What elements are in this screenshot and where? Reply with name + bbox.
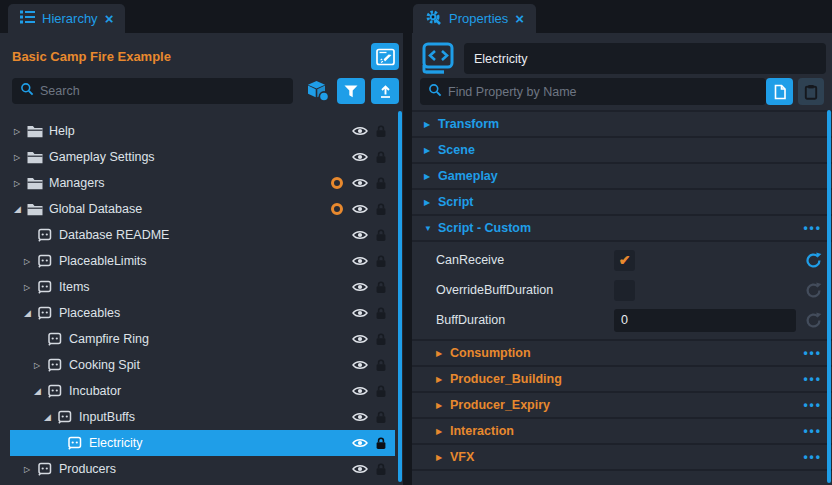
- properties-body: ▶ Transform ▶ Scene ▶ Gameplay ▶ Script …: [412, 33, 832, 485]
- script-object-icon: [37, 462, 54, 476]
- lock-icon[interactable]: [375, 385, 387, 398]
- visibility-eye-icon[interactable]: [352, 307, 368, 319]
- collapse-arrow-icon[interactable]: ◢: [44, 412, 57, 422]
- subsection-producer-expiry[interactable]: ▶ Producer_Expiry •••: [412, 393, 832, 419]
- visibility-eye-icon[interactable]: [352, 463, 368, 475]
- visibility-eye-icon[interactable]: [352, 177, 368, 189]
- tree-item-label: Campfire Ring: [69, 332, 149, 346]
- hierarchy-scrollbar[interactable]: [398, 111, 402, 482]
- tree-item-database-readme[interactable]: Database README: [10, 222, 395, 248]
- reset-icon[interactable]: [805, 282, 822, 299]
- section-menu-button[interactable]: •••: [803, 221, 822, 235]
- close-icon[interactable]: ×: [105, 11, 114, 26]
- tree-item-gameplay-settings[interactable]: ▷ Gameplay Settings: [10, 144, 395, 170]
- properties-scrollbar[interactable]: [827, 110, 831, 483]
- tree-item-producers[interactable]: ▷ Producers: [10, 456, 395, 482]
- expand-arrow-icon[interactable]: ▷: [14, 179, 27, 188]
- filter-button[interactable]: [337, 78, 365, 104]
- lock-icon[interactable]: [375, 203, 387, 216]
- section-scene[interactable]: ▶ Scene: [412, 138, 832, 164]
- subsection-interaction[interactable]: ▶ Interaction •••: [412, 419, 832, 445]
- object-name-input[interactable]: [464, 43, 826, 74]
- visibility-eye-icon[interactable]: [352, 385, 368, 397]
- tab-properties[interactable]: Properties ×: [413, 4, 536, 33]
- reset-icon[interactable]: [805, 312, 822, 329]
- tree-item-placeables[interactable]: ◢ Placeables: [10, 300, 395, 326]
- expand-arrow-icon[interactable]: ▷: [24, 465, 37, 474]
- tree-item-label: Managers: [49, 176, 105, 190]
- lock-icon[interactable]: [375, 463, 387, 476]
- expand-arrow-icon[interactable]: ▷: [24, 257, 37, 266]
- lock-icon[interactable]: [375, 151, 387, 164]
- tab-hierarchy[interactable]: Hierarchy ×: [8, 4, 125, 33]
- tree-item-campfire-ring[interactable]: Campfire Ring: [10, 326, 395, 352]
- lock-icon[interactable]: [375, 125, 387, 138]
- expand-arrow-icon[interactable]: ▷: [14, 153, 27, 162]
- collapse-arrow-icon[interactable]: ◢: [34, 386, 47, 396]
- reset-icon[interactable]: [805, 252, 822, 269]
- tree-item-managers[interactable]: ▷ Managers: [10, 170, 395, 196]
- copy-properties-button[interactable]: [766, 78, 793, 105]
- tree-item-placeablelimits[interactable]: ▷ PlaceableLimits: [10, 248, 395, 274]
- property-search-input[interactable]: [448, 85, 758, 99]
- expand-arrow-icon[interactable]: ▷: [24, 283, 37, 292]
- section-script-custom[interactable]: ▼ Script - Custom •••: [412, 216, 832, 242]
- buffduration-input[interactable]: [614, 309, 796, 332]
- expand-arrow-icon: ▶: [424, 172, 438, 181]
- hierarchy-search-input[interactable]: [40, 84, 285, 98]
- lock-icon[interactable]: [375, 333, 387, 346]
- tree-item-electricity-selected[interactable]: Electricity: [10, 430, 395, 456]
- section-script[interactable]: ▶ Script: [412, 190, 832, 216]
- close-icon[interactable]: ×: [515, 11, 524, 26]
- properties-panel: Properties ×: [412, 0, 832, 485]
- paste-properties-button[interactable]: [798, 78, 824, 105]
- lock-icon[interactable]: [375, 229, 387, 242]
- visibility-eye-icon[interactable]: [352, 203, 368, 215]
- tree-item-label: Cooking Spit: [69, 358, 140, 372]
- subsection-menu-button[interactable]: •••: [803, 372, 822, 386]
- script-custom-fields: CanReceive ✔ OverrideBuffDuration: [412, 242, 832, 341]
- upload-button[interactable]: [371, 78, 399, 104]
- tree-item-items[interactable]: ▷ Items: [10, 274, 395, 300]
- lock-icon[interactable]: [375, 281, 387, 294]
- subsection-menu-button[interactable]: •••: [803, 450, 822, 464]
- subsection-vfx[interactable]: ▶ VFX •••: [412, 445, 832, 471]
- visibility-eye-icon[interactable]: [352, 255, 368, 267]
- expand-arrow-icon[interactable]: ▷: [14, 127, 27, 136]
- subsection-menu-button[interactable]: •••: [803, 424, 822, 438]
- lock-icon[interactable]: [375, 411, 387, 424]
- lock-icon[interactable]: [375, 437, 387, 450]
- visibility-eye-icon[interactable]: [352, 281, 368, 293]
- visibility-eye-icon[interactable]: [352, 411, 368, 423]
- collapse-arrow-icon[interactable]: ◢: [14, 204, 27, 214]
- collapse-arrow-icon[interactable]: ◢: [24, 308, 37, 318]
- visibility-eye-icon[interactable]: [352, 125, 368, 137]
- section-gameplay[interactable]: ▶ Gameplay: [412, 164, 832, 190]
- visibility-eye-icon[interactable]: [352, 333, 368, 345]
- expand-arrow-icon[interactable]: ▷: [34, 361, 47, 370]
- overridebuffduration-checkbox[interactable]: [614, 280, 635, 301]
- tab-label: Hierarchy: [42, 11, 98, 26]
- subsection-consumption[interactable]: ▶ Consumption •••: [412, 341, 832, 367]
- lock-icon[interactable]: [375, 307, 387, 320]
- visibility-eye-icon[interactable]: [352, 437, 368, 449]
- lock-icon[interactable]: [375, 177, 387, 190]
- tree-item-cooking-spit[interactable]: ▷ Cooking Spit: [10, 352, 395, 378]
- lock-icon[interactable]: [375, 359, 387, 372]
- tree-item-incubator[interactable]: ◢ Incubator: [10, 378, 395, 404]
- canreceive-checkbox[interactable]: ✔: [614, 250, 635, 271]
- tree-item-inputbuffs[interactable]: ◢ InputBuffs: [10, 404, 395, 430]
- subsection-producer-building[interactable]: ▶ Producer_Building •••: [412, 367, 832, 393]
- networked-cube-icon[interactable]: [306, 80, 330, 102]
- visibility-eye-icon[interactable]: [352, 229, 368, 241]
- lock-icon[interactable]: [375, 255, 387, 268]
- expand-arrow-icon: ▶: [436, 401, 450, 410]
- subsection-menu-button[interactable]: •••: [803, 346, 822, 360]
- publish-level-button[interactable]: [371, 43, 399, 70]
- visibility-eye-icon[interactable]: [352, 151, 368, 163]
- subsection-menu-button[interactable]: •••: [803, 398, 822, 412]
- visibility-eye-icon[interactable]: [352, 359, 368, 371]
- tree-item-help[interactable]: ▷ Help: [10, 118, 395, 144]
- tree-item-global-database[interactable]: ◢ Global Database: [10, 196, 395, 222]
- section-transform[interactable]: ▶ Transform: [412, 112, 832, 138]
